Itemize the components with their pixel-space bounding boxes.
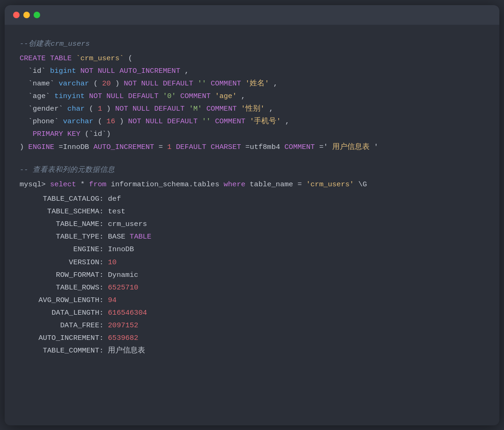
comment-create: --创建表crm_users [20, 38, 484, 50]
code-content: --创建表crm_users CREATE TABLE `crm_users` … [5, 25, 499, 373]
comment-text: --创建表crm_users [20, 40, 90, 48]
col-age: `age` tinyint NOT NULL DEFAULT '0' COMME… [20, 90, 484, 103]
create-table-line1: CREATE TABLE `crm_users` ( [20, 52, 484, 65]
col-id: `id` bigint NOT NULL AUTO_INCREMENT , [20, 65, 484, 78]
result-TABLE_TYPE: TABLE_TYPE: BASE TABLE [20, 231, 484, 243]
result-TABLE_COMMENT: TABLE_COMMENT: 用户信息表 [20, 345, 484, 357]
create-table-block: CREATE TABLE `crm_users` ( `id` bigint N… [20, 52, 484, 154]
result-TABLE_CATALOG: TABLE_CATALOG: def [20, 193, 484, 205]
result-DATA_FREE: DATA_FREE: 2097152 [20, 319, 484, 332]
primary-key: PRIMARY KEY (`id`) [20, 128, 484, 141]
result-block: TABLE_CATALOG: def TABLE_SCHEMA: test TA… [20, 193, 484, 358]
minimize-button[interactable] [23, 12, 30, 18]
terminal-window: --创建表crm_users CREATE TABLE `crm_users` … [5, 5, 499, 425]
comment-metadata: -- 查看表和列的元数据信息 [20, 164, 484, 176]
maximize-button[interactable] [34, 12, 40, 18]
comment-text2: -- 查看表和列的元数据信息 [20, 166, 115, 174]
mysql-query-line: mysql> select * from information_schema.… [20, 178, 484, 191]
titlebar [5, 5, 499, 25]
result-ENGINE: ENGINE: InnoDB [20, 243, 484, 256]
col-name: `name` varchar ( 20 ) NOT NULL DEFAULT '… [20, 78, 484, 90]
col-phone: `phone` varchar ( 16 ) NOT NULL DEFAULT … [20, 115, 484, 128]
result-TABLE_ROWS: TABLE_ROWS: 6525710 [20, 282, 484, 294]
result-TABLE_SCHEMA: TABLE_SCHEMA: test [20, 205, 484, 218]
result-VERSION: VERSION: 10 [20, 256, 484, 269]
col-gender: `gender` char ( 1 ) NOT NULL DEFAULT 'M'… [20, 103, 484, 115]
engine-line: ) ENGINE =InnoDB AUTO_INCREMENT = 1 DEFA… [20, 141, 484, 154]
result-AUTO_INCREMENT: AUTO_INCREMENT: 6539682 [20, 332, 484, 345]
result-DATA_LENGTH: DATA_LENGTH: 616546304 [20, 307, 484, 319]
result-TABLE_NAME: TABLE_NAME: crm_users [20, 218, 484, 231]
result-AVG_ROW_LENGTH: AVG_ROW_LENGTH: 94 [20, 294, 484, 307]
close-button[interactable] [13, 12, 20, 18]
result-ROW_FORMAT: ROW_FORMAT: Dynamic [20, 269, 484, 282]
